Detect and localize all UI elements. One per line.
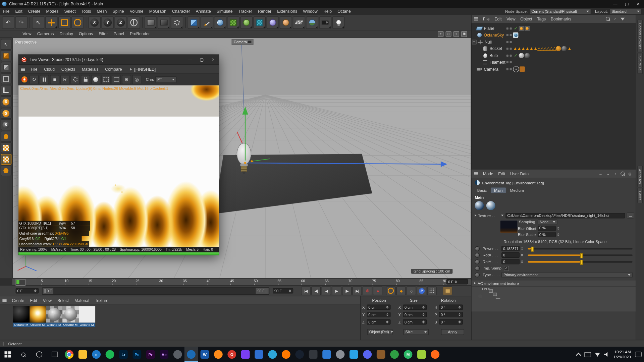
transport-button[interactable]: ◀| <box>311 287 321 295</box>
start-frame-field[interactable]: 0 F <box>16 288 39 294</box>
selection-tag-icon[interactable]: △ <box>537 46 540 51</box>
material-item[interactable]: Octane M <box>13 306 30 327</box>
region-clear-icon[interactable] <box>112 75 121 84</box>
size-x-field[interactable]: 0 cm <box>403 305 427 310</box>
menu-item[interactable]: File <box>0 9 12 13</box>
transport-button[interactable]: ◀ <box>322 287 331 295</box>
apply-button[interactable]: Apply <box>441 329 464 335</box>
power-slider[interactable] <box>528 248 632 249</box>
rot-b-field[interactable]: 0 ° <box>439 319 463 325</box>
material-name[interactable]: Octane M <box>30 322 46 327</box>
record-position-button[interactable]: ⊕ <box>363 287 372 295</box>
firefox-icon[interactable] <box>212 347 225 362</box>
lime-app-icon[interactable] <box>415 347 428 362</box>
cortana-button[interactable] <box>31 347 47 362</box>
blur-scale-field[interactable]: 0 % <box>538 232 556 237</box>
material-menu-item[interactable]: Select <box>55 298 72 303</box>
visibility-dots[interactable] <box>506 27 513 29</box>
add-floor-button[interactable] <box>293 16 305 28</box>
discord-icon[interactable] <box>361 347 374 362</box>
toggle-view-icon[interactable]: ▣ <box>461 31 467 37</box>
selection-tag-icon[interactable]: ▲ <box>513 46 517 51</box>
selection-tag-icon[interactable]: ▲ <box>521 46 525 51</box>
photoshop-icon[interactable]: Ps <box>130 347 144 362</box>
texture-path-field[interactable]: C:\Users\Cameron\Desktop\Files\HDRI's\sa… <box>505 213 625 218</box>
gimp-icon[interactable] <box>333 347 347 362</box>
render-view[interactable]: Check:0ms./0ms. MeshGen:0ms. Update[E]:0… <box>18 85 219 247</box>
pos-z-field[interactable]: 0 cm <box>367 319 390 325</box>
animation-mode-button[interactable] <box>1 73 11 84</box>
visibility-dots[interactable] <box>506 34 513 36</box>
reset-icon[interactable]: R <box>60 75 69 84</box>
attr-menu-item[interactable]: Mode <box>481 171 496 176</box>
visibility-dots[interactable] <box>506 68 513 70</box>
focus-picker-icon[interactable]: ◎ <box>132 75 141 84</box>
playhead[interactable] <box>16 279 25 286</box>
tv-app-icon[interactable] <box>252 347 266 362</box>
tray-expand-icon[interactable] <box>576 352 581 358</box>
render-view-button[interactable] <box>145 16 157 28</box>
add-cube-button[interactable] <box>188 16 200 28</box>
selection-tag-icon[interactable]: △ <box>540 46 543 51</box>
live-viewer-titlebar[interactable]: Live Viewer Studio 2019.1.5 (7 days left… <box>18 55 219 65</box>
node-space-select[interactable]: Current (Standard/Physical) <box>529 8 591 14</box>
add-icon[interactable]: + <box>628 16 633 21</box>
coordinate-system-button[interactable] <box>128 16 140 28</box>
viewport-menu-item[interactable]: Display <box>57 32 76 36</box>
visibility-dots[interactable] <box>506 41 513 43</box>
back-icon[interactable]: ← <box>598 171 603 176</box>
end-frame-field[interactable]: 90 F <box>273 288 293 294</box>
object-row-camera[interactable]: Camera <box>472 66 636 72</box>
tab-basic[interactable]: Basic <box>474 188 490 193</box>
material-tag-icon[interactable] <box>525 53 530 58</box>
lv-menu-item[interactable]: Materials <box>78 67 102 71</box>
settings-gear-icon[interactable] <box>71 75 80 84</box>
rotate-view-icon[interactable]: ○ <box>453 31 459 37</box>
opera-icon[interactable]: O <box>225 347 238 362</box>
region-render-icon[interactable] <box>101 75 110 84</box>
lv-menu-item[interactable]: Objects <box>58 67 78 71</box>
size-y-field[interactable]: 0 cm <box>403 312 427 317</box>
edge-icon[interactable]: e <box>90 347 103 362</box>
record-button[interactable]: ● <box>373 287 382 295</box>
preview-sphere[interactable] <box>475 201 484 210</box>
play-icon[interactable] <box>130 68 132 70</box>
menu-item[interactable]: Tracker <box>235 9 255 13</box>
timeline-slider[interactable]: 0 F 90 F <box>42 287 269 295</box>
object-mode-select[interactable]: Object (Rel) <box>367 329 393 335</box>
spinner[interactable] <box>520 253 524 258</box>
autokey-button[interactable] <box>386 287 395 295</box>
add-simulate-button[interactable] <box>280 16 292 28</box>
lightroom-icon[interactable]: Lr <box>117 347 130 362</box>
key-selection-button[interactable]: ◇ <box>407 287 416 295</box>
octane-icon[interactable] <box>20 75 28 83</box>
add-mograph-button[interactable] <box>240 16 253 28</box>
clay-mode-icon[interactable] <box>91 75 100 84</box>
lv-menu-item[interactable]: Compare <box>102 67 125 71</box>
material-name[interactable]: Octane M <box>62 322 79 327</box>
blur-offset-field[interactable]: 0 % <box>538 226 556 231</box>
spinner[interactable] <box>520 246 524 251</box>
snapshot-grid-button[interactable] <box>427 287 436 295</box>
transport-button[interactable]: |◀ <box>301 287 311 295</box>
menu-item[interactable]: Extensions <box>274 9 300 13</box>
om-menu-item[interactable]: Edit <box>492 17 504 21</box>
home-icon[interactable]: ⌂ <box>613 16 618 21</box>
camera-label[interactable]: Camera <box>232 39 254 45</box>
task-view-button[interactable] <box>47 347 63 362</box>
viewport-label[interactable]: Perspective <box>15 40 37 44</box>
material-menu-item[interactable]: Material <box>72 298 92 303</box>
timeline-ruler[interactable]: 051015202530354045505560657075808590 0 F <box>12 278 471 286</box>
make-editable-button[interactable]: ↖ <box>1 39 11 50</box>
om-menu-item[interactable]: Tags <box>535 17 548 21</box>
after-effects-icon[interactable]: Ae <box>157 347 171 362</box>
attr-menu-item[interactable]: Edit <box>496 171 508 176</box>
restart-render-icon[interactable]: ↻ <box>30 75 39 84</box>
z-axis-lock-button[interactable]: Z <box>115 16 127 28</box>
move-tool-button[interactable] <box>45 16 58 28</box>
roty-field[interactable]: 0 <box>501 259 520 264</box>
object-row-null[interactable]: − Null <box>472 39 636 45</box>
material-menu-item[interactable]: Texture <box>92 298 111 303</box>
selection-tag-icon[interactable]: △ <box>553 46 556 51</box>
material-thumbnail[interactable] <box>30 306 46 322</box>
